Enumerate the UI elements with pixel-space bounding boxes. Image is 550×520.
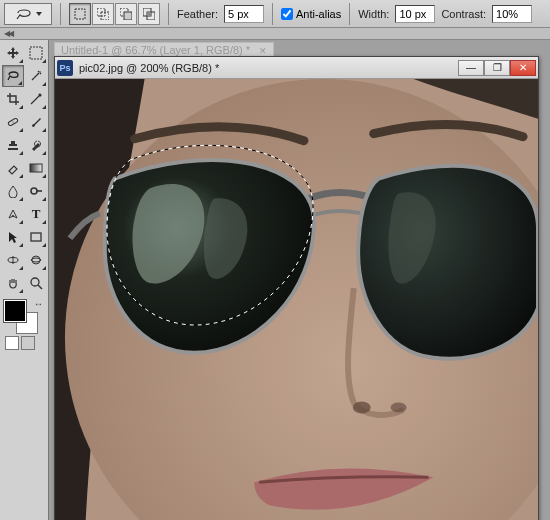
move-tool[interactable] bbox=[2, 42, 24, 64]
foreground-color[interactable] bbox=[4, 300, 26, 322]
contrast-label: Contrast: bbox=[441, 8, 486, 20]
divider bbox=[60, 3, 61, 25]
feather-input[interactable] bbox=[224, 5, 264, 23]
selection-new-button[interactable] bbox=[69, 3, 91, 25]
window-titlebar[interactable]: Ps pic02.jpg @ 200% (RGB/8) * — ❐ ✕ bbox=[55, 57, 538, 79]
workspace: T ↔ Untitled-1 @ 66.7% (Layer 1, RGB/8) … bbox=[0, 40, 550, 520]
clone-stamp-tool[interactable] bbox=[2, 134, 24, 156]
shape-tool[interactable] bbox=[25, 226, 47, 248]
svg-point-15 bbox=[12, 215, 14, 217]
feather-label: Feather: bbox=[177, 8, 218, 20]
marquee-icon bbox=[29, 46, 43, 60]
close-button[interactable]: ✕ bbox=[510, 60, 536, 76]
zoom-tool[interactable] bbox=[25, 272, 47, 294]
selection-subtract-button[interactable] bbox=[115, 3, 137, 25]
background-tab[interactable]: Untitled-1 @ 66.7% (Layer 1, RGB/8) * ✕ bbox=[54, 42, 274, 57]
quick-mask-row bbox=[2, 336, 46, 350]
svg-point-20 bbox=[31, 278, 39, 286]
chevron-down-icon bbox=[36, 12, 42, 16]
photo-image bbox=[55, 79, 538, 520]
selection-intersect-button[interactable] bbox=[138, 3, 160, 25]
eraser-icon bbox=[6, 161, 20, 175]
move-icon bbox=[6, 46, 20, 60]
divider bbox=[168, 3, 169, 25]
history-brush-icon bbox=[29, 138, 43, 152]
dodge-tool[interactable] bbox=[25, 180, 47, 202]
photoshop-icon: Ps bbox=[57, 60, 73, 76]
panel-collapse-strip[interactable]: ◀◀ bbox=[0, 28, 550, 40]
hand-icon bbox=[6, 276, 20, 290]
color-swatch[interactable]: ↔ bbox=[2, 298, 47, 334]
dodge-icon bbox=[29, 184, 43, 198]
3d-orbit-tool[interactable] bbox=[25, 249, 47, 271]
selection-subtract-icon bbox=[120, 8, 132, 20]
contrast-input[interactable] bbox=[492, 5, 532, 23]
svg-rect-4 bbox=[124, 12, 132, 20]
selection-new-icon bbox=[74, 8, 86, 20]
svg-rect-7 bbox=[147, 12, 151, 16]
swap-colors-icon[interactable]: ↔ bbox=[34, 299, 43, 309]
document-area: Untitled-1 @ 66.7% (Layer 1, RGB/8) * ✕ … bbox=[49, 40, 550, 520]
pen-tool[interactable] bbox=[2, 203, 24, 225]
blur-icon bbox=[6, 184, 20, 198]
blur-tool[interactable] bbox=[2, 180, 24, 202]
eyedropper-tool[interactable] bbox=[25, 88, 47, 110]
divider bbox=[349, 3, 350, 25]
brush-tool[interactable] bbox=[25, 111, 47, 133]
tools-panel: T ↔ bbox=[0, 40, 49, 520]
svg-rect-25 bbox=[55, 79, 538, 520]
document-window: Ps pic02.jpg @ 200% (RGB/8) * — ❐ ✕ bbox=[54, 56, 539, 520]
svg-point-14 bbox=[31, 188, 37, 194]
hand-tool[interactable] bbox=[2, 272, 24, 294]
type-icon: T bbox=[32, 206, 41, 222]
selection-intersect-icon bbox=[143, 8, 155, 20]
width-input[interactable] bbox=[395, 5, 435, 23]
gradient-tool[interactable] bbox=[25, 157, 47, 179]
close-icon[interactable]: ✕ bbox=[259, 46, 267, 56]
antialias-check-input[interactable] bbox=[281, 8, 293, 20]
minimize-button[interactable]: — bbox=[458, 60, 484, 76]
width-label: Width: bbox=[358, 8, 389, 20]
antialias-label: Anti-alias bbox=[296, 8, 341, 20]
divider bbox=[272, 3, 273, 25]
magic-wand-icon bbox=[29, 69, 43, 83]
marquee-tool[interactable] bbox=[25, 42, 47, 64]
svg-rect-8 bbox=[30, 47, 42, 59]
zoom-icon bbox=[29, 276, 43, 290]
bandage-icon bbox=[6, 115, 20, 129]
svg-point-18 bbox=[32, 256, 40, 264]
svg-point-12 bbox=[12, 121, 13, 122]
path-selection-tool[interactable] bbox=[2, 226, 24, 248]
stamp-icon bbox=[6, 138, 20, 152]
eraser-tool[interactable] bbox=[2, 157, 24, 179]
history-brush-tool[interactable] bbox=[25, 134, 47, 156]
lasso-icon bbox=[15, 7, 33, 21]
tool-preset-picker[interactable] bbox=[4, 3, 52, 25]
screen-mode-button[interactable] bbox=[5, 336, 19, 350]
3d-orbit-icon bbox=[29, 253, 43, 267]
svg-point-10 bbox=[39, 94, 42, 97]
selection-mode-group bbox=[69, 3, 160, 25]
3d-rotate-tool[interactable] bbox=[2, 249, 24, 271]
options-bar: Feather: Anti-alias Width: Contrast: bbox=[0, 0, 550, 28]
selection-add-button[interactable] bbox=[92, 3, 114, 25]
antialias-checkbox[interactable]: Anti-alias bbox=[281, 8, 341, 20]
background-tab-label: Untitled-1 @ 66.7% (Layer 1, RGB/8) * bbox=[61, 44, 250, 56]
gradient-icon bbox=[29, 161, 43, 175]
window-title: pic02.jpg @ 200% (RGB/8) * bbox=[79, 62, 452, 74]
maximize-button[interactable]: ❐ bbox=[484, 60, 510, 76]
svg-rect-0 bbox=[75, 9, 85, 19]
crop-icon bbox=[6, 92, 20, 106]
svg-rect-16 bbox=[31, 233, 41, 241]
crop-tool[interactable] bbox=[2, 88, 24, 110]
double-chevron-left-icon: ◀◀ bbox=[4, 29, 12, 38]
magic-wand-tool[interactable] bbox=[25, 65, 47, 87]
lasso-tool[interactable] bbox=[2, 65, 24, 87]
canvas[interactable] bbox=[55, 79, 538, 520]
3d-rotate-icon bbox=[6, 253, 20, 267]
healing-brush-tool[interactable] bbox=[2, 111, 24, 133]
quick-mask-button[interactable] bbox=[21, 336, 35, 350]
arrow-cursor-icon bbox=[6, 230, 20, 244]
type-tool[interactable]: T bbox=[25, 203, 47, 225]
selection-add-icon bbox=[97, 8, 109, 20]
